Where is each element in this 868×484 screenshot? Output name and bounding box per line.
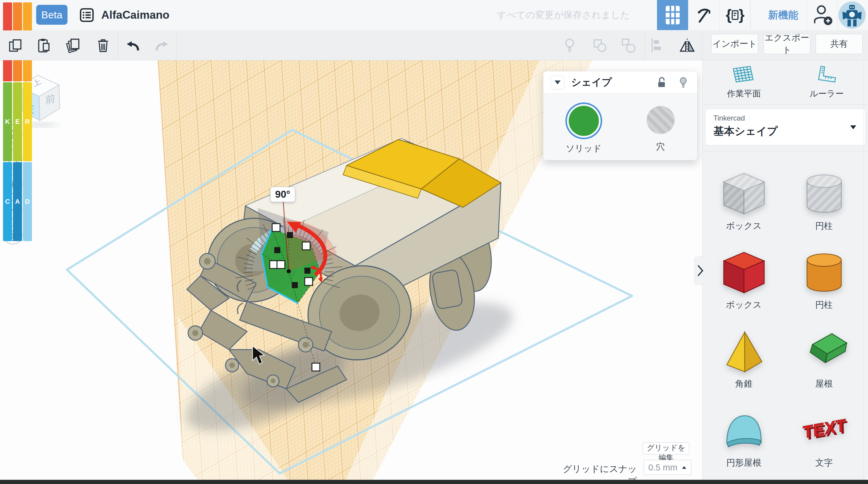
grid-3d-icon (663, 4, 682, 26)
panel-collapse-button[interactable] (551, 75, 564, 90)
shape-tile-roof[interactable]: 屋根 (784, 317, 864, 397)
copy-icon[interactable] (7, 37, 24, 54)
hole-option[interactable]: 穴 (647, 106, 675, 153)
shape-tile-cylinder-striped[interactable]: 円柱 (784, 160, 864, 239)
logo-tile: E (13, 82, 22, 161)
design-title[interactable]: AlfaCaimano (101, 9, 169, 21)
box-shape-icon (720, 239, 768, 296)
pickaxe-icon (695, 6, 713, 24)
caret-down-icon (850, 125, 856, 129)
shape-tile-cylinder[interactable]: 円柱 (784, 239, 864, 317)
shape-tile-label: 円形屋根 (726, 457, 761, 469)
cylinder-shape-icon (800, 239, 848, 296)
library-name: 基本シェイプ (713, 124, 858, 138)
logo-tile: R (23, 82, 32, 161)
snap-to-grid-label: グリッドにスナップ (561, 463, 637, 480)
codeblocks-icon: {} (726, 6, 744, 24)
logo-tile: C (3, 162, 12, 241)
shape-tile-label: ボックス (726, 220, 762, 232)
paste-icon[interactable] (36, 37, 53, 54)
chevron-right-icon (696, 264, 704, 277)
shape-tile-round-roof[interactable]: 円形屋根 (704, 397, 784, 476)
snap-grid-select[interactable]: 0.5 mm (644, 460, 691, 475)
screen-bottom-edge (0, 480, 868, 484)
undo-icon[interactable] (125, 37, 142, 54)
export-button[interactable]: エクスポート (764, 34, 810, 54)
viewcube-front-label[interactable]: 前 (45, 92, 56, 106)
save-status: すべての変更が保存されました (497, 0, 630, 30)
tab-3d-editor[interactable] (657, 0, 688, 30)
tinkercad-logo[interactable]: TINKERCAD (3, 2, 32, 28)
svg-text:}: } (739, 6, 744, 23)
duplicate-icon[interactable] (65, 37, 82, 54)
round-roof-shape-icon (720, 397, 768, 454)
edit-grid-button[interactable]: グリッドを編集 (643, 443, 689, 454)
caret-up-icon (682, 466, 686, 469)
shape-tile-label: 円柱 (815, 220, 833, 232)
beta-button[interactable]: Beta (36, 5, 67, 25)
shape-tile-label: 屋根 (815, 378, 833, 390)
shape-tile-pyramid[interactable]: 角錐 (704, 317, 784, 397)
shapes-sidebar: 作業平面 ルーラー Tinkercad 基本シェイプ ボックス円柱ボックス円柱角… (702, 60, 868, 480)
shape-gallery: ボックス円柱ボックス円柱角錐屋根円形屋根TEXTTEXT文字 (704, 160, 864, 476)
sidebar-collapse-tab[interactable] (694, 257, 706, 284)
unlock-icon[interactable] (655, 76, 668, 89)
shape-tile-box[interactable]: ボックス (704, 239, 784, 317)
svg-text:{: { (726, 6, 732, 23)
logo-tile: D (23, 162, 32, 241)
share-button[interactable]: 共有 (815, 34, 863, 54)
cylinder-striped-shape-icon (800, 160, 848, 217)
shape-tile-text[interactable]: TEXTTEXT文字 (784, 397, 864, 476)
tab-blocks[interactable] (688, 0, 719, 30)
tool-bar: インポート エクスポート 共有 (0, 30, 868, 60)
shape-tile-label: 円柱 (815, 299, 833, 311)
hole-swatch[interactable] (647, 106, 675, 134)
align-icon[interactable] (649, 37, 665, 54)
pyramid-shape-icon (720, 317, 768, 375)
logo-tile: A (13, 162, 22, 241)
shape-library-select[interactable]: Tinkercad 基本シェイプ (705, 109, 866, 145)
roof-shape-icon (800, 317, 848, 375)
rotation-angle-label: 90° (270, 187, 295, 202)
redo-icon[interactable] (153, 37, 169, 54)
visibility-bulb-icon[interactable] (677, 76, 690, 89)
editor-tabs: {} (657, 0, 751, 30)
ungroup-icon[interactable] (620, 37, 637, 54)
shape-inspector-panel: シェイプ ソリッド 穴 (543, 71, 698, 160)
library-brand: Tinkercad (713, 114, 858, 122)
viewport-3d[interactable]: 上 左 前 90° シェイプ (0, 60, 702, 480)
shape-tile-label: 角錐 (735, 378, 752, 390)
workplane-tool[interactable]: 作業平面 (703, 60, 785, 104)
shape-tile-label: 文字 (815, 457, 833, 469)
shape-tile-label: ボックス (726, 299, 762, 311)
snap-grid-value: 0.5 mm (648, 463, 678, 473)
group-icon[interactable] (591, 37, 608, 54)
top-bar: TINKERCAD Beta AlfaCaimano すべての変更が保存されまし… (0, 0, 868, 30)
ruler-tool[interactable]: ルーラー (785, 60, 868, 104)
new-features-link[interactable]: 新機能 (760, 0, 807, 30)
import-button[interactable]: インポート (711, 34, 758, 54)
add-person-icon[interactable] (811, 4, 835, 27)
solid-color-swatch[interactable] (569, 106, 599, 136)
text-shape-icon: TEXTTEXT (800, 397, 848, 454)
logo-tile: K (3, 82, 12, 161)
solid-option[interactable]: ソリッド (566, 106, 601, 155)
box-striped-shape-icon (720, 160, 768, 217)
tab-codeblocks[interactable]: {} (719, 0, 751, 30)
avatar-robot[interactable] (838, 1, 866, 29)
svg-text:TEXT: TEXT (802, 415, 846, 442)
light-toggle-icon[interactable] (561, 37, 578, 54)
delete-icon[interactable] (95, 37, 112, 54)
design-menu-icon[interactable] (79, 7, 95, 23)
tinkercad-app: TINKERCAD Beta AlfaCaimano すべての変更が保存されまし… (0, 0, 868, 484)
shape-tile-box-striped[interactable]: ボックス (704, 160, 784, 239)
panel-title: シェイプ (571, 75, 647, 89)
mirror-icon[interactable] (679, 37, 695, 54)
